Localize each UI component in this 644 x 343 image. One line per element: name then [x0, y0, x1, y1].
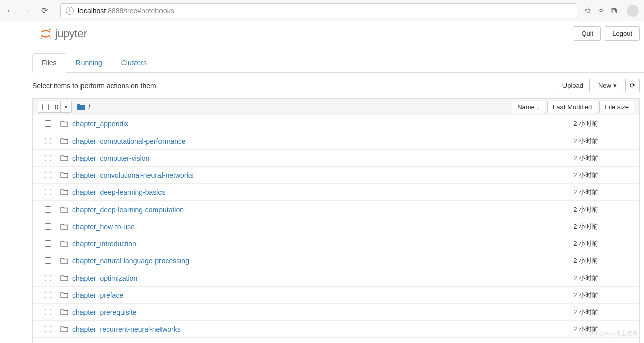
select-count: 0: [53, 103, 60, 111]
url-host: localhost: [78, 7, 106, 15]
url-path: /tree#notebooks: [123, 7, 174, 15]
folder-icon: [60, 257, 68, 264]
file-row: chapter_preface 2 小时前: [33, 287, 639, 304]
row-checkbox[interactable]: [45, 120, 51, 127]
favorites-bar-icon[interactable]: ✧: [598, 6, 604, 15]
file-link[interactable]: chapter_deep-learning-computation: [72, 205, 184, 214]
file-link[interactable]: chapter_convolutional-neural-networks: [72, 171, 193, 179]
file-modified: 2 小时前: [573, 222, 634, 231]
row-checkbox[interactable]: [45, 240, 51, 247]
folder-icon: [60, 189, 68, 195]
row-checkbox[interactable]: [45, 292, 51, 298]
folder-icon: [60, 223, 68, 230]
file-modified: 2 小时前: [573, 119, 634, 128]
svg-point-1: [41, 37, 42, 39]
quit-button[interactable]: Quit: [574, 26, 601, 41]
row-checkbox[interactable]: [45, 206, 51, 213]
logout-button[interactable]: Logout: [605, 26, 640, 41]
file-row: chapter_convolutional-neural-networks 2 …: [33, 167, 639, 184]
file-modified: 2 小时前: [573, 205, 634, 214]
select-all-group[interactable]: 0 ▾: [38, 101, 72, 113]
tabs: Files Running Clusters: [32, 53, 644, 73]
svg-point-2: [50, 37, 51, 38]
file-link[interactable]: chapter_preface: [72, 291, 123, 299]
file-modified: 2 小时前: [573, 256, 634, 265]
file-modified: 2 小时前: [573, 325, 634, 334]
file-link[interactable]: chapter_appendix: [72, 120, 128, 128]
file-row: chapter_how-to-use 2 小时前: [33, 218, 639, 235]
url-display: localhost:8888/tree#notebooks: [78, 7, 174, 15]
folder-icon: [60, 206, 68, 213]
site-info-icon[interactable]: i: [66, 7, 74, 15]
file-modified: 2 小时前: [573, 239, 634, 248]
sort-name-button[interactable]: Name ↓: [512, 101, 545, 113]
folder-icon: [60, 138, 68, 144]
profile-avatar[interactable]: [627, 5, 639, 17]
tab-clusters[interactable]: Clusters: [112, 53, 156, 73]
jupyter-logo[interactable]: jupyter: [0, 27, 87, 40]
row-checkbox[interactable]: [45, 172, 51, 178]
jupyter-logo-text: jupyter: [55, 27, 87, 40]
row-checkbox[interactable]: [45, 326, 51, 332]
file-link[interactable]: chapter_optimization: [72, 274, 137, 282]
list-header: 0 ▾ / Name ↓ Last Modified File size: [32, 98, 640, 115]
file-row: chapter_natural-language-processing 2 小时…: [33, 252, 639, 269]
file-link[interactable]: chapter_natural-language-processing: [72, 257, 189, 265]
refresh-button[interactable]: ⟳: [625, 79, 640, 92]
row-checkbox[interactable]: [45, 257, 51, 264]
file-row: chapter_recurrent-neural-networks 2 小时前: [33, 321, 639, 338]
tab-files[interactable]: Files: [32, 53, 66, 73]
row-checkbox[interactable]: [45, 155, 51, 161]
tab-running[interactable]: Running: [66, 53, 112, 73]
file-modified: 2 小时前: [573, 291, 634, 300]
file-modified: 2 小时前: [573, 273, 634, 283]
favorites-star-icon[interactable]: ✩: [584, 6, 591, 15]
file-modified: 2 小时前: [573, 154, 634, 163]
back-button[interactable]: ←: [5, 6, 15, 16]
file-link[interactable]: chapter_computer-vision: [72, 154, 149, 162]
file-link[interactable]: chapter_computational-performance: [72, 137, 186, 145]
folder-icon[interactable]: [77, 103, 85, 110]
upload-button[interactable]: Upload: [556, 79, 590, 92]
file-row: d2lzh 2 小时前: [33, 338, 639, 343]
folder-icon: [60, 120, 68, 127]
row-checkbox[interactable]: [45, 275, 51, 281]
file-link[interactable]: chapter_deep-learning-basics: [72, 188, 165, 196]
file-modified: 2 小时前: [573, 188, 634, 197]
header-buttons: Quit Logout: [574, 26, 644, 41]
sort-name-label: Name: [517, 103, 535, 111]
folder-icon: [60, 275, 68, 281]
file-row: chapter_deep-learning-basics 2 小时前: [33, 184, 639, 201]
select-dropdown-caret[interactable]: ▾: [60, 101, 71, 112]
row-checkbox[interactable]: [45, 189, 51, 195]
action-buttons: Upload New ▾ ⟳: [556, 79, 640, 92]
file-row: chapter_appendix 2 小时前: [33, 115, 639, 132]
file-row: chapter_computational-performance 2 小时前: [33, 132, 639, 150]
file-modified: 2 小时前: [573, 308, 634, 317]
breadcrumb: /: [77, 103, 90, 111]
select-all-checkbox[interactable]: [42, 104, 49, 110]
new-button[interactable]: New ▾: [592, 79, 623, 92]
sort-arrow-icon: ↓: [536, 103, 540, 111]
file-link[interactable]: chapter_recurrent-neural-networks: [72, 325, 181, 333]
file-link[interactable]: chapter_how-to-use: [72, 223, 135, 231]
breadcrumb-root[interactable]: /: [88, 103, 90, 111]
file-link[interactable]: chapter_introduction: [72, 240, 136, 248]
file-row: chapter_introduction 2 小时前: [33, 235, 639, 252]
folder-icon: [60, 309, 68, 315]
file-link[interactable]: chapter_prerequisite: [72, 308, 137, 316]
forward-button[interactable]: →: [22, 6, 32, 16]
row-checkbox[interactable]: [45, 138, 51, 144]
folder-icon: [60, 155, 68, 161]
sort-size-button[interactable]: File size: [599, 101, 634, 113]
file-list: chapter_appendix 2 小时前 chapter_computati…: [32, 115, 640, 343]
sort-modified-button[interactable]: Last Modified: [547, 101, 597, 113]
folder-icon: [60, 326, 68, 332]
row-checkbox[interactable]: [45, 223, 51, 230]
caret-down-icon: ▾: [613, 82, 617, 89]
collections-icon[interactable]: ⧉: [611, 6, 617, 15]
reload-button[interactable]: ⟳: [39, 6, 49, 16]
row-checkbox[interactable]: [45, 309, 51, 315]
folder-icon: [60, 240, 68, 247]
address-bar[interactable]: i localhost:8888/tree#notebooks: [60, 3, 577, 18]
